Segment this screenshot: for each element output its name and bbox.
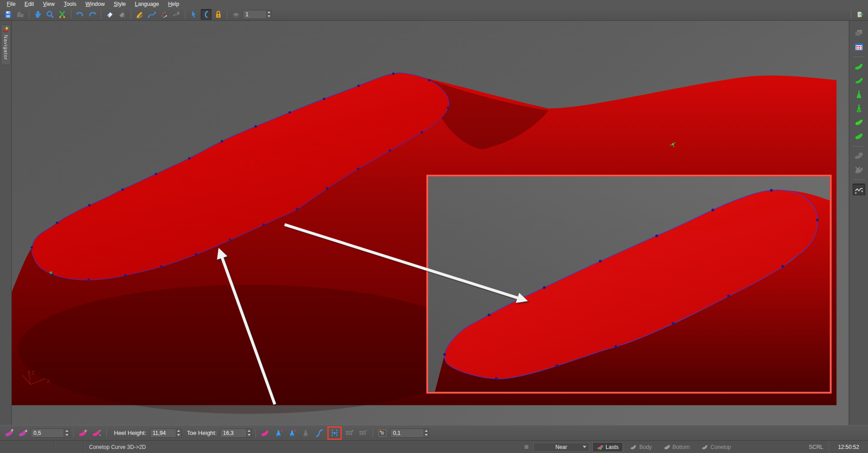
body-toggle-button[interactable]: Body xyxy=(626,442,656,452)
curve-control-point[interactable] xyxy=(495,377,498,380)
exit-icon[interactable] xyxy=(854,9,865,20)
tolerance-field[interactable] xyxy=(390,429,429,438)
lock-icon[interactable] xyxy=(213,9,224,20)
curve-control-point[interactable] xyxy=(428,79,431,81)
last-side-view-icon[interactable] xyxy=(853,61,865,72)
heel-spin-buttons[interactable] xyxy=(176,429,181,438)
curve-control-point[interactable] xyxy=(124,274,127,276)
cone-disabled-icon[interactable] xyxy=(300,428,312,439)
toe-spin-buttons[interactable] xyxy=(246,429,252,438)
undo-icon[interactable] xyxy=(75,9,85,20)
last-side-view-2-icon[interactable] xyxy=(853,75,865,86)
zoom-icon[interactable] xyxy=(45,9,56,20)
eraser-add-icon[interactable] xyxy=(117,9,127,20)
toe-height-input[interactable] xyxy=(220,429,246,438)
insole-dashed-icon[interactable] xyxy=(853,117,865,128)
count-input[interactable] xyxy=(243,10,266,19)
grid-window-icon[interactable] xyxy=(853,41,865,53)
draw-curve-icon[interactable] xyxy=(146,9,157,20)
tolerance-input[interactable] xyxy=(390,429,423,438)
curve-control-point[interactable] xyxy=(87,278,90,281)
pan-hand-icon[interactable] xyxy=(33,9,43,20)
curve-control-point[interactable] xyxy=(357,85,360,87)
step-field[interactable] xyxy=(31,429,70,438)
bottom-toggle-button[interactable]: Bottom xyxy=(659,442,694,452)
curve-control-point[interactable] xyxy=(556,364,558,367)
menu-language[interactable]: Language xyxy=(131,0,163,8)
curve-control-point[interactable] xyxy=(655,235,658,237)
tolerance-spin-buttons[interactable] xyxy=(424,429,429,438)
curve-control-point[interactable] xyxy=(727,295,730,297)
curve-control-point[interactable] xyxy=(288,111,291,113)
navigator-tab[interactable]: Navigator xyxy=(1,24,11,65)
grid-remove-icon[interactable] xyxy=(357,428,369,439)
pencil-icon[interactable] xyxy=(134,9,145,20)
curve-control-point[interactable] xyxy=(221,140,223,142)
curve-control-point[interactable] xyxy=(323,98,326,100)
curve-control-point[interactable] xyxy=(357,168,359,170)
curve-control-point[interactable] xyxy=(160,265,163,268)
cone-2-icon[interactable]: 2 xyxy=(287,428,298,439)
curve-control-point[interactable] xyxy=(543,286,546,289)
conetop-vertical-icon[interactable] xyxy=(853,89,865,100)
curve-control-point[interactable] xyxy=(88,204,91,206)
curve-control-point[interactable] xyxy=(56,222,59,224)
near-dropdown[interactable]: Near xyxy=(533,443,590,452)
count-spin-buttons[interactable] xyxy=(266,10,272,19)
toe-height-field[interactable] xyxy=(220,429,252,438)
curve-control-point[interactable] xyxy=(229,239,231,241)
lasts-toggle-button[interactable]: Lasts xyxy=(592,442,623,452)
curve-control-point[interactable] xyxy=(770,189,773,192)
edit-nodes-icon[interactable] xyxy=(171,9,182,20)
step-spin-buttons[interactable] xyxy=(64,429,70,438)
cut-icon[interactable] xyxy=(57,9,68,20)
curve-control-point[interactable] xyxy=(781,265,784,268)
curve-control-point[interactable] xyxy=(420,131,423,133)
curve-control-point[interactable] xyxy=(614,345,617,348)
last-snapshot-icon[interactable] xyxy=(853,150,865,162)
curve-control-point[interactable] xyxy=(672,322,675,325)
conetop-toggle-button[interactable]: Conetop xyxy=(697,442,736,452)
conetop-vertical-2-icon[interactable] xyxy=(853,103,865,114)
curve-control-point[interactable] xyxy=(392,72,395,75)
menu-window[interactable]: Window xyxy=(81,0,109,8)
heel-height-input[interactable] xyxy=(150,429,176,438)
curve-control-point[interactable] xyxy=(443,353,446,356)
curve-control-point[interactable] xyxy=(296,208,298,210)
curve-control-point[interactable] xyxy=(712,208,714,211)
tolerance-circle-icon[interactable] xyxy=(377,428,388,439)
count-spinner[interactable] xyxy=(243,10,272,19)
curve-control-point[interactable] xyxy=(188,157,191,159)
last-lower-icon[interactable] xyxy=(17,428,29,439)
menu-view[interactable]: View xyxy=(39,0,59,8)
menu-edit[interactable]: Edit xyxy=(20,0,38,8)
curve-control-point[interactable] xyxy=(262,223,265,226)
curve-control-point[interactable] xyxy=(816,219,819,222)
curve-control-point[interactable] xyxy=(195,253,198,255)
polyline-edit-icon[interactable] xyxy=(853,184,865,195)
save-icon[interactable] xyxy=(3,9,14,20)
menu-tools[interactable]: Tools xyxy=(60,0,80,8)
viewport-3d[interactable]: Z X xyxy=(12,21,849,425)
cone-1-icon[interactable]: 1 xyxy=(273,428,285,439)
curve-control-point[interactable] xyxy=(326,187,329,189)
heel-height-field[interactable] xyxy=(150,429,182,438)
grid-add-icon[interactable] xyxy=(344,428,355,439)
menu-file[interactable]: File xyxy=(3,0,19,8)
curve-select-icon[interactable] xyxy=(201,9,212,20)
redo-icon[interactable] xyxy=(87,9,98,20)
last-raise-icon[interactable] xyxy=(4,428,15,439)
point-divide-icon[interactable] xyxy=(329,428,340,439)
menu-style[interactable]: Style xyxy=(110,0,130,8)
curve-control-point[interactable] xyxy=(487,314,490,316)
curve-control-point[interactable] xyxy=(389,149,392,151)
copy-window-icon[interactable] xyxy=(853,27,865,39)
curve-s-icon[interactable] xyxy=(314,428,326,439)
layers-icon[interactable] xyxy=(231,9,241,20)
open-icon[interactable] xyxy=(15,9,26,20)
status-checkbox[interactable] xyxy=(524,444,529,449)
curve-control-point[interactable] xyxy=(31,246,33,249)
select-arrow-icon[interactable] xyxy=(189,9,199,20)
curve-control-point[interactable] xyxy=(447,107,449,109)
curve-control-point[interactable] xyxy=(122,189,124,191)
